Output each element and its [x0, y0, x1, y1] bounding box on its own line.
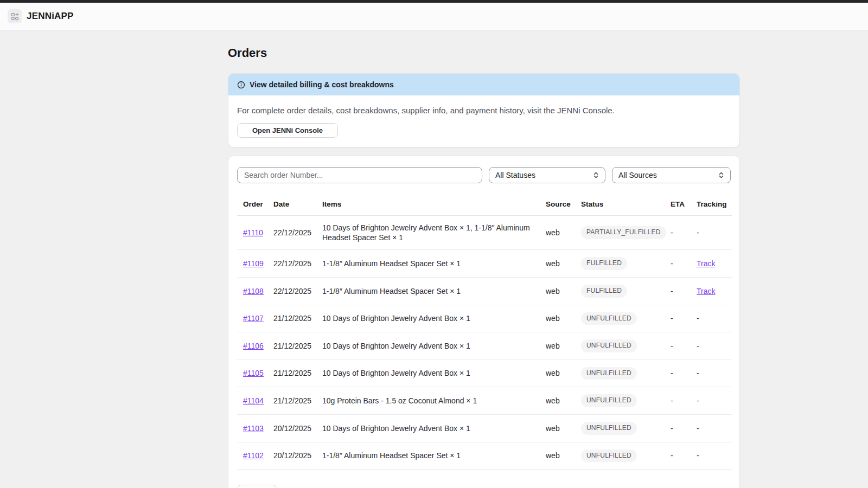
info-icon — [237, 81, 245, 89]
order-link[interactable]: #1110 — [243, 228, 263, 237]
chevron-up-down-icon — [718, 171, 724, 179]
source-filter-select[interactable]: All Sources — [612, 167, 731, 183]
app-header: JENNiAPP — [0, 3, 868, 30]
table-header-row: OrderDateItemsSourceStatusETATracking — [237, 195, 732, 216]
table-row: #110621/12/202510 Days of Brighton Jewel… — [237, 332, 732, 360]
status-badge: PARTIALLY_FULFILLED — [581, 226, 666, 239]
blocks-plus-icon — [11, 12, 19, 21]
order-link[interactable]: #1104 — [243, 396, 264, 405]
column-header-date: Date — [273, 195, 322, 216]
track-link[interactable]: Track — [697, 287, 715, 296]
order-date: 21/12/2025 — [273, 332, 322, 360]
order-eta: - — [671, 277, 697, 305]
chevron-up-down-icon — [593, 171, 599, 179]
order-eta: - — [671, 414, 697, 442]
status-badge: FULFILLED — [581, 285, 627, 298]
order-link[interactable]: #1103 — [243, 424, 264, 433]
order-eta: - — [671, 359, 697, 387]
order-source: web — [546, 414, 581, 442]
status-badge: UNFULFILLED — [581, 339, 637, 352]
column-header-tracking: Tracking — [697, 195, 732, 216]
order-source: web — [546, 277, 581, 305]
order-link[interactable]: #1106 — [243, 342, 264, 350]
order-items: 1-1/8″ Aluminum Headset Spacer Set × 1 — [322, 442, 546, 470]
pagination: Next → — [237, 485, 731, 488]
status-badge: UNFULFILLED — [581, 422, 637, 435]
order-items: 10 Days of Brighton Jewelry Advent Box ×… — [322, 332, 546, 360]
page-title: Orders — [228, 46, 740, 60]
order-items: 1-1/8″ Aluminum Headset Spacer Set × 1 — [322, 277, 546, 305]
table-row: #111022/12/202510 Days of Brighton Jewel… — [237, 216, 732, 250]
order-source: web — [546, 305, 581, 332]
order-date: 21/12/2025 — [273, 387, 322, 415]
status-filter-select[interactable]: All Statuses — [489, 167, 605, 183]
order-date: 20/12/2025 — [273, 442, 322, 470]
source-filter-value: All Sources — [618, 171, 657, 179]
table-row: #110220/12/20251-1/8″ Aluminum Headset S… — [237, 442, 732, 470]
order-tracking: - — [697, 414, 732, 442]
order-tracking: - — [697, 216, 732, 250]
status-badge: UNFULFILLED — [581, 450, 637, 463]
order-items: 1-1/8″ Aluminum Headset Spacer Set × 1 — [322, 250, 546, 278]
app-logo — [8, 9, 22, 23]
status-badge: UNFULFILLED — [581, 394, 637, 407]
order-link[interactable]: #1105 — [243, 369, 264, 377]
column-header-source: Source — [546, 195, 581, 216]
info-banner: View detailed billing & cost breakdowns — [228, 74, 739, 95]
order-tracking: - — [697, 359, 732, 387]
status-filter-value: All Statuses — [495, 171, 535, 179]
column-header-status: Status — [581, 195, 671, 216]
info-description: For complete order details, cost breakdo… — [237, 106, 731, 115]
column-header-order: Order — [237, 195, 273, 216]
table-row: #110922/12/20251-1/8″ Aluminum Headset S… — [237, 250, 732, 278]
order-tracking: - — [697, 305, 732, 332]
order-eta: - — [671, 442, 697, 470]
order-date: 22/12/2025 — [273, 216, 322, 250]
order-link[interactable]: #1109 — [243, 259, 264, 268]
status-badge: FULFILLED — [581, 257, 627, 270]
order-eta: - — [671, 332, 697, 360]
order-source: web — [546, 442, 581, 470]
order-source: web — [546, 387, 581, 415]
status-badge: UNFULFILLED — [581, 367, 637, 380]
open-jenni-console-button[interactable]: Open JENNi Console — [237, 123, 338, 138]
table-row: #110822/12/20251-1/8″ Aluminum Headset S… — [237, 277, 732, 305]
table-row: #110421/12/202510g Protein Bars - 1.5 oz… — [237, 387, 732, 415]
order-source: web — [546, 216, 581, 250]
app-title: JENNiAPP — [27, 11, 74, 22]
order-link[interactable]: #1102 — [243, 451, 264, 460]
main-content: Orders View detailed billing & cost brea… — [228, 46, 740, 488]
next-page-button[interactable]: Next → — [237, 485, 277, 488]
column-header-items: Items — [322, 195, 546, 216]
orders-table: OrderDateItemsSourceStatusETATracking #1… — [237, 195, 732, 470]
order-date: 22/12/2025 — [273, 250, 322, 278]
table-row: #110320/12/202510 Days of Brighton Jewel… — [237, 414, 732, 442]
column-header-eta: ETA — [671, 195, 697, 216]
table-row: #110721/12/202510 Days of Brighton Jewel… — [237, 305, 732, 332]
track-link[interactable]: Track — [697, 259, 715, 268]
order-link[interactable]: #1108 — [243, 287, 264, 296]
info-banner-title: View detailed billing & cost breakdowns — [250, 80, 394, 89]
order-source: web — [546, 359, 581, 387]
order-source: web — [546, 332, 581, 360]
order-eta: - — [671, 387, 697, 415]
billing-info-card: View detailed billing & cost breakdowns … — [228, 73, 740, 147]
order-items: 10 Days of Brighton Jewelry Advent Box ×… — [322, 359, 546, 387]
order-eta: - — [671, 305, 697, 332]
order-eta: - — [671, 250, 697, 278]
filters-bar: All Statuses All Sources — [237, 167, 731, 183]
order-items: 10 Days of Brighton Jewelry Advent Box ×… — [322, 414, 546, 442]
order-eta: - — [671, 216, 697, 250]
order-items: 10g Protein Bars - 1.5 oz Coconut Almond… — [322, 387, 546, 415]
order-date: 21/12/2025 — [273, 305, 322, 332]
orders-card: All Statuses All Sources — [228, 156, 740, 488]
status-badge: UNFULFILLED — [581, 312, 637, 325]
order-source: web — [546, 250, 581, 278]
search-input[interactable] — [237, 167, 482, 183]
order-tracking: - — [697, 332, 732, 360]
order-tracking: - — [697, 442, 732, 470]
order-date: 21/12/2025 — [273, 359, 322, 387]
order-link[interactable]: #1107 — [243, 314, 264, 323]
table-row: #110521/12/202510 Days of Brighton Jewel… — [237, 359, 732, 387]
order-tracking: - — [697, 387, 732, 415]
